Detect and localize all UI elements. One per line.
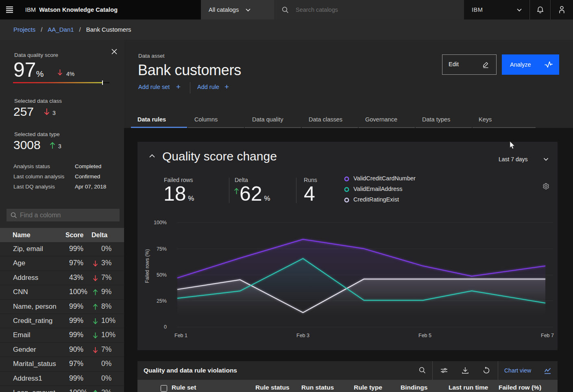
svg-text:0: 0 (164, 324, 167, 330)
svg-text:Feb 3: Feb 3 (296, 333, 309, 338)
svg-text:Failed rows (%): Failed rows (%) (144, 249, 150, 283)
svg-text:50%: 50% (157, 272, 167, 278)
svg-text:Feb 7: Feb 7 (541, 333, 554, 338)
svg-text:75%: 75% (157, 246, 167, 252)
svg-text:Feb 5: Feb 5 (418, 333, 431, 338)
svg-text:Feb 1: Feb 1 (174, 333, 187, 338)
svg-text:100%: 100% (154, 220, 167, 225)
svg-text:25%: 25% (157, 298, 167, 304)
